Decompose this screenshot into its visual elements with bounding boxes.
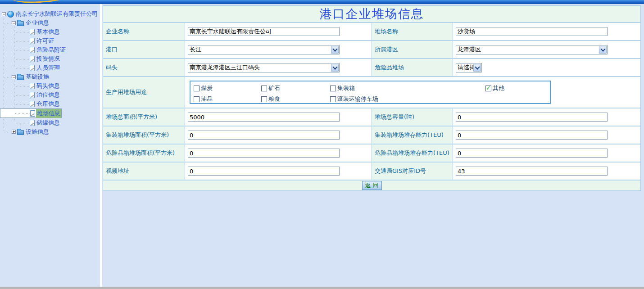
field-label: 港口 — [103, 41, 185, 59]
checkbox-icon[interactable] — [261, 86, 267, 91]
field-label: 集装箱堆场堆存能力(TEU) — [372, 126, 453, 144]
dangerous-capacity-field[interactable] — [456, 149, 608, 158]
sidebar-item-company-root[interactable]: 南京长宁水陆联运有限责任公司 — [0, 9, 100, 18]
checkbox-label: 矿石 — [268, 84, 280, 92]
page-icon — [30, 47, 35, 53]
expand-icon[interactable] — [12, 130, 16, 134]
checkbox-icon[interactable] — [194, 96, 200, 102]
tree-item-label: 仓库信息 — [36, 99, 61, 108]
page-icon — [30, 29, 35, 35]
banner-swoosh-icon — [13, 0, 67, 4]
tree-item-label: 泊位信息 — [36, 90, 61, 99]
page-icon — [30, 56, 35, 62]
page-icon — [30, 101, 35, 107]
usage-option-roro-parking[interactable]: 滚装运输停车场 — [330, 95, 378, 103]
tree-item-label: 人员管理 — [36, 63, 61, 72]
field-label: 企业名称 — [103, 23, 185, 41]
tree-item-label: 许可证 — [36, 36, 55, 45]
sidebar-item-license[interactable]: 许可证 — [0, 36, 100, 45]
checkbox-icon[interactable] — [261, 96, 267, 102]
field-label: 交通局GIS对应ID号 — [372, 162, 453, 180]
usage-option-coal[interactable]: 煤炭 — [194, 84, 213, 92]
page-icon — [30, 65, 35, 71]
field-label: 所属港区 — [372, 41, 453, 59]
tree-item-label: 堆场信息 — [36, 109, 61, 118]
port-area-select[interactable]: 龙潭港区 — [456, 45, 608, 54]
usage-option-other[interactable]: 其他 — [485, 84, 504, 92]
port-select[interactable]: 长江 — [188, 45, 340, 54]
sidebar-item-dangerous-goods-cert[interactable]: 危险品附证 — [0, 45, 100, 54]
tree-item-label: 基本信息 — [36, 27, 61, 36]
usage-option-grain[interactable]: 粮食 — [261, 95, 280, 103]
selected-value: 请选择 — [456, 63, 473, 72]
total-capacity-field[interactable] — [456, 113, 608, 122]
sidebar-item-warehouse-info[interactable]: 仓库信息 — [0, 99, 100, 108]
sidebar-item-infrastructure[interactable]: 基础设施 — [0, 72, 100, 81]
tree-item-label: 储罐信息 — [36, 118, 61, 127]
container-area-field[interactable] — [188, 131, 340, 140]
checkbox-icon[interactable] — [330, 96, 336, 102]
chevron-down-icon[interactable] — [599, 46, 607, 54]
tree-item-label: 企业信息 — [25, 18, 50, 27]
field-label: 生产用堆场用途 — [103, 77, 185, 108]
total-area-field[interactable] — [188, 113, 340, 122]
dock-select[interactable]: 南京港龙潭港区三江口码头 — [188, 63, 340, 72]
sidebar-item-berth-info[interactable]: 泊位信息 — [0, 90, 100, 99]
video-url-field[interactable] — [188, 167, 340, 176]
page-title: 港口企业堆场信息 — [103, 5, 641, 23]
tree-item-label: 设施信息 — [25, 127, 50, 136]
selected-value: 南京港龙潭港区三江口码头 — [188, 63, 331, 72]
sidebar-item-dock-info[interactable]: 码头信息 — [0, 81, 100, 90]
sidebar-item-personnel[interactable]: 人员管理 — [0, 63, 100, 72]
field-label: 视频地址 — [103, 162, 185, 180]
dangerous-yard-select[interactable]: 请选择 — [456, 63, 482, 72]
collapse-icon[interactable] — [12, 21, 16, 25]
collapse-icon[interactable] — [2, 12, 6, 16]
selected-value: 龙潭港区 — [456, 45, 599, 54]
page-icon — [30, 92, 35, 98]
sidebar-item-basic-info[interactable]: 基本信息 — [0, 27, 100, 36]
sidebar: 南京长宁水陆联运有限责任公司 企业信息 基本信息 许可证 危险品附证 投资情况 … — [0, 4, 100, 287]
sidebar-item-investment[interactable]: 投资情况 — [0, 54, 100, 63]
usage-option-ore[interactable]: 矿石 — [261, 84, 280, 92]
tree-item-label: 危险品附证 — [36, 45, 67, 54]
bottom-frame-edge — [0, 287, 644, 289]
checkbox-label: 粮食 — [268, 95, 280, 103]
chevron-down-icon[interactable] — [331, 64, 339, 72]
checkbox-label: 油品 — [201, 95, 213, 103]
checkbox-icon[interactable] — [330, 86, 336, 91]
folder-icon — [17, 75, 24, 80]
checkbox-icon[interactable] — [194, 86, 200, 91]
collapse-icon[interactable] — [12, 75, 16, 79]
tree-item-label: 码头信息 — [36, 81, 61, 90]
field-label: 集装箱堆场面积(平方米) — [103, 126, 185, 144]
gis-id-field[interactable] — [456, 167, 608, 176]
field-label: 堆场总面积(平方米) — [103, 108, 185, 126]
chevron-down-icon[interactable] — [473, 64, 481, 72]
dangerous-area-field[interactable] — [188, 149, 340, 158]
field-label: 危险品箱堆场面积(平方米) — [103, 144, 185, 162]
page-icon — [30, 38, 35, 44]
checkbox-icon[interactable] — [485, 86, 491, 91]
container-capacity-field[interactable] — [456, 131, 608, 140]
usage-option-oil[interactable]: 油品 — [194, 95, 213, 103]
checkbox-label: 集装箱 — [337, 84, 355, 92]
chevron-down-icon[interactable] — [331, 46, 339, 54]
sidebar-item-tank-info[interactable]: 储罐信息 — [0, 118, 100, 127]
sidebar-item-enterprise-info[interactable]: 企业信息 — [0, 18, 100, 27]
main-content: 港口企业堆场信息 企业名称 堆场名称 港口 长江 所属港区 龙潭港区 — [102, 4, 644, 287]
usage-checkbox-group: 煤炭 矿石 集装箱 其他 — [190, 81, 551, 104]
checkbox-label: 滚装运输停车场 — [337, 95, 378, 103]
sidebar-item-yard-info[interactable]: 堆场信息 — [0, 108, 62, 118]
checkbox-label: 其他 — [493, 84, 504, 92]
enterprise-name-field[interactable] — [188, 27, 340, 36]
yard-name-field[interactable] — [456, 27, 608, 36]
sidebar-item-facility-info[interactable]: 设施信息 — [0, 127, 100, 136]
field-label: 堆场总容量(吨) — [372, 108, 453, 126]
field-label: 码头 — [103, 59, 185, 77]
usage-option-container[interactable]: 集装箱 — [330, 84, 355, 92]
page-icon — [30, 120, 35, 126]
tree-item-label: 南京长宁水陆联运有限责任公司 — [15, 9, 99, 18]
field-label: 堆场名称 — [372, 23, 453, 41]
back-button[interactable]: 返 回 — [362, 181, 382, 190]
